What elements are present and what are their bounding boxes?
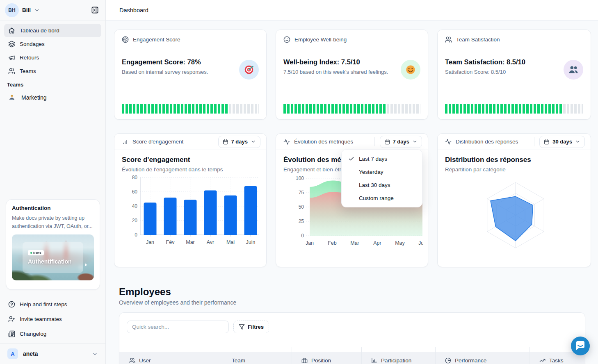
date-range-button[interactable]: 7 days xyxy=(380,136,422,148)
sidebar-item-label: Help and first steps xyxy=(20,301,67,307)
chart-card-body: Score d'engagement Évolution de l'engage… xyxy=(114,150,266,253)
svg-text:Jan: Jan xyxy=(306,240,314,246)
bar-chart: 020406080JanFévMarAvrMaiJuin xyxy=(122,174,261,253)
chat-bubble-button[interactable] xyxy=(571,337,590,355)
chart-card-header-label: Distribution des réponses xyxy=(456,139,518,145)
home-icon xyxy=(8,27,15,34)
svg-text:100: 100 xyxy=(296,175,304,181)
calendar-icon xyxy=(223,139,228,145)
check-icon xyxy=(348,156,355,162)
column-header-team[interactable]: Team xyxy=(222,352,292,364)
column-header-performance[interactable]: Performance xyxy=(435,352,530,364)
svg-text:Jan: Jan xyxy=(146,239,154,245)
header-separator xyxy=(213,137,213,146)
column-header-participation[interactable]: Participation xyxy=(361,352,435,364)
employees-subtitle: Overview of employees and their performa… xyxy=(119,299,236,306)
employees-table-card: Filtres UserTeamPositionParticipationPer… xyxy=(119,312,585,364)
svg-text:Mar: Mar xyxy=(350,240,359,246)
user-avatar[interactable]: BH xyxy=(5,3,19,17)
users-icon xyxy=(129,357,135,364)
date-range-label: 7 days xyxy=(231,139,248,145)
activity-icon xyxy=(283,139,290,145)
chat-icon xyxy=(571,337,590,355)
chart-subtitle: Répartition par catégorie xyxy=(445,166,583,173)
sidebar-item-label: Marketing xyxy=(21,94,46,101)
column-header-label: Participation xyxy=(381,357,411,364)
trending-up-icon xyxy=(539,357,546,364)
dropdown-item-last-7-days[interactable]: Last 7 days xyxy=(342,152,422,165)
user-plus-icon xyxy=(8,316,15,323)
dropdown-item-yesterday[interactable]: Yesterday xyxy=(342,165,422,178)
stat-subtitle: 7.5/10 based on this week's shared feeli… xyxy=(283,69,420,75)
progress-strip xyxy=(122,104,259,114)
stat-card-header-label: Employee Well-being xyxy=(294,36,347,43)
sidebar-item-changelog[interactable]: Changelog xyxy=(4,326,101,341)
chevron-down-icon xyxy=(34,7,40,13)
stat-card-header: Employee Well-being xyxy=(276,30,428,49)
promo-image-title: Authentification xyxy=(28,258,78,265)
chevron-down-icon xyxy=(412,139,418,144)
stat-title: Team Satisfaction: 8.5/10 xyxy=(445,58,583,66)
stat-card-header-label: Team Satisfaction xyxy=(456,36,500,43)
sidebar-divider xyxy=(0,344,105,344)
filters-button[interactable]: Filtres xyxy=(233,321,269,333)
date-range-label: 7 days xyxy=(393,139,409,145)
svg-text:Fév: Fév xyxy=(166,239,175,245)
target-icon xyxy=(122,36,129,43)
svg-text:Avr: Avr xyxy=(207,239,215,245)
collapse-sidebar-button[interactable] xyxy=(89,5,100,16)
user-menu[interactable]: Bill xyxy=(22,7,31,13)
promo-card-authentication[interactable]: Authentication Make docs private by sett… xyxy=(6,199,100,290)
news-badge: News xyxy=(28,250,44,255)
sidebar-item-help-and-first-steps[interactable]: Help and first steps xyxy=(4,297,101,312)
dropdown-item-label: Yesterday xyxy=(359,169,383,175)
topbar: Dashboard xyxy=(106,0,598,20)
svg-text:25: 25 xyxy=(299,218,304,224)
promo-image-overlay: News Authentification xyxy=(23,242,83,273)
column-header-label: Team xyxy=(232,357,245,364)
sidebar-item-teams[interactable]: Teams xyxy=(4,64,101,78)
chart-card-header: Distribution des réponses 30 days xyxy=(438,134,591,150)
briefcase-icon xyxy=(301,357,308,364)
svg-text:75: 75 xyxy=(299,190,304,196)
workspace-switcher[interactable]: A aneta xyxy=(4,347,101,361)
newspaper-icon xyxy=(8,330,15,337)
promo-title: Authentication xyxy=(12,205,94,211)
header-separator xyxy=(534,137,534,146)
smile-icon xyxy=(283,36,290,43)
column-header-label: User xyxy=(139,357,151,364)
sidebar-item-sondages[interactable]: Sondages xyxy=(4,37,101,51)
column-header-position[interactable]: Position xyxy=(292,352,361,364)
chart-title: Score d'engagement xyxy=(122,156,259,164)
sidebar-item-marketing[interactable]: Marketing xyxy=(4,91,101,104)
svg-text:Apr: Apr xyxy=(373,240,381,246)
bar-chart-icon xyxy=(122,139,128,145)
dropdown-item-custom-range[interactable]: Custom range xyxy=(342,191,422,205)
date-range-button[interactable]: 7 days xyxy=(218,136,260,148)
search-input[interactable] xyxy=(127,321,229,333)
date-range-button[interactable]: 30 days xyxy=(539,136,585,148)
svg-text:Jun: Jun xyxy=(418,240,423,246)
stat-card-header: Team Satisfaction xyxy=(438,30,591,49)
workspace-name: aneta xyxy=(23,350,38,357)
column-header-user[interactable]: User xyxy=(119,352,222,364)
activity-icon xyxy=(445,139,452,145)
calendar-icon xyxy=(384,139,390,145)
svg-text:0: 0 xyxy=(301,233,304,239)
svg-text:40: 40 xyxy=(132,203,138,209)
progress-strip xyxy=(445,104,583,114)
smile-emoji-badge xyxy=(401,60,420,80)
chevron-down-icon xyxy=(251,139,256,144)
dropdown-item-last-30-days[interactable]: Last 30 days xyxy=(342,178,422,191)
sidebar-item-retours[interactable]: Retours xyxy=(4,51,101,64)
sidebar-item-tableau-de-bord[interactable]: Tableau de bord xyxy=(4,24,101,37)
sidebar-item-invite-teammates[interactable]: Invite teammates xyxy=(4,312,101,326)
header-separator xyxy=(374,137,375,146)
sidebar-item-label: Retours xyxy=(20,55,39,61)
sidebar-nav: Tableau de bordSondagesRetoursTeams xyxy=(4,24,101,78)
date-range-label: 30 days xyxy=(552,139,572,145)
help-circle-icon xyxy=(8,301,15,308)
stat-subtitle: Based on internal survey responses. xyxy=(122,69,259,75)
dropdown-item-label: Last 7 days xyxy=(359,156,387,162)
stat-card-body: Engagement Score: 78% Based on internal … xyxy=(114,49,266,120)
